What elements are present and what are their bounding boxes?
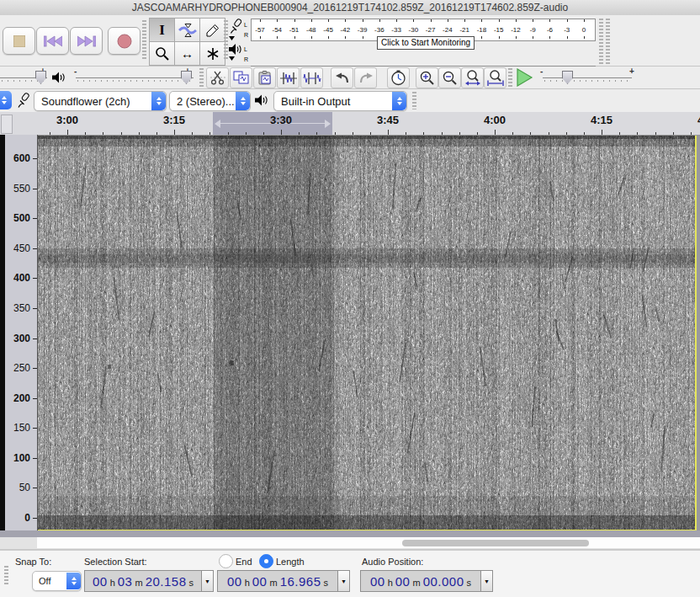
output-device-speaker-icon <box>255 94 269 106</box>
play-at-speed-grip[interactable] <box>508 68 512 87</box>
envelope-tool-button[interactable] <box>175 19 199 41</box>
second-toolbar-row: + - + <box>0 67 700 89</box>
timeshift-tool-button[interactable]: ↔ <box>175 42 199 65</box>
output-volume-track[interactable] <box>76 77 194 78</box>
draw-tool-button[interactable] <box>200 19 225 41</box>
audio-host-dropdown-partial[interactable] <box>0 91 12 109</box>
paste-button[interactable] <box>253 67 276 88</box>
selection-tool-button[interactable]: I <box>150 19 174 41</box>
microphone-icon <box>229 19 241 35</box>
timeline-label: 3:45 <box>377 114 399 126</box>
audio-position-label: Audio Position: <box>362 557 423 567</box>
play-at-speed-button[interactable] <box>515 68 533 87</box>
end-radio[interactable] <box>219 554 233 568</box>
meter-tick-label: -12 <box>511 26 521 34</box>
snap-to-dropdown[interactable]: Off <box>32 571 82 591</box>
undo-button[interactable] <box>331 67 353 88</box>
fit-project-button[interactable] <box>484 67 506 88</box>
stop-button[interactable] <box>3 27 35 55</box>
time-format-dropdown-icon[interactable]: ▼ <box>337 571 349 591</box>
selection-toolbar-grip[interactable] <box>4 566 8 584</box>
meter-tick-label: -15 <box>494 26 504 34</box>
input-device-value: Soundflower (2ch) <box>34 95 151 108</box>
zoom-tool-button[interactable] <box>150 42 174 65</box>
spectrogram[interactable] <box>38 136 697 530</box>
freq-label: 200 <box>13 392 30 404</box>
play-meter-left-label: L <box>244 46 247 52</box>
cut-button[interactable] <box>206 67 229 88</box>
multi-tool-button[interactable] <box>200 42 225 65</box>
selection-left-arrow-icon <box>215 120 220 128</box>
horizontal-scrollbar[interactable] <box>0 537 700 550</box>
fit-selection-button[interactable] <box>461 67 484 88</box>
snap-to-label: Snap To: <box>15 557 51 567</box>
selection-length-field[interactable]: 00h 00m 16.965s ▼ <box>217 570 350 592</box>
meter-tick-label: 0 <box>582 26 586 34</box>
meter-tick-label: -6 <box>547 26 553 34</box>
meter-grip-2[interactable] <box>606 19 610 64</box>
horizontal-scrollbar-thumb[interactable] <box>402 540 589 546</box>
paste-icon <box>257 71 273 85</box>
meter-tick-label: -57 <box>255 26 265 34</box>
meter-dropdown-arrow-icon <box>229 36 235 40</box>
timeline-ruler[interactable]: 3:003:153:303:454:004:154:30 <box>0 112 700 136</box>
time-format-dropdown-icon[interactable]: ▼ <box>480 571 492 591</box>
clock-icon <box>390 70 406 86</box>
fast-forward-icon <box>77 35 96 47</box>
edit-toolbar-grip[interactable] <box>199 68 204 87</box>
zoom-out-icon <box>442 70 458 86</box>
monitoring-tooltip[interactable]: Click to Start Monitoring <box>377 36 475 50</box>
track-right-margin <box>697 135 700 530</box>
track-area: 650600550500450400350300250200150100500 <box>0 135 700 530</box>
fit-selection-icon <box>464 70 481 86</box>
time-format-dropdown-icon[interactable]: ▼ <box>201 571 213 591</box>
length-radio[interactable] <box>259 554 273 568</box>
selection-start-field[interactable]: 00h 03m 20.158s ▼ <box>84 570 214 592</box>
timeline-label: 3:30 <box>270 114 292 126</box>
end-radio-label[interactable]: End <box>236 557 252 567</box>
speed-slider-thumb[interactable] <box>562 71 573 84</box>
frequency-ruler[interactable]: 650600550500450400350300250200150100500 <box>5 135 38 530</box>
envelope-icon <box>178 23 197 38</box>
selection-right-arrow-icon <box>325 120 331 128</box>
magnifier-icon <box>155 46 170 61</box>
redo-button[interactable] <box>354 67 377 88</box>
meter-tick-label: -24 <box>443 26 453 34</box>
length-radio-label[interactable]: Length <box>276 557 305 567</box>
output-device-dropdown[interactable]: Built-in Output <box>273 91 407 111</box>
speed-slider-track[interactable] <box>543 77 632 78</box>
rewind-button[interactable] <box>36 27 69 55</box>
copy-button[interactable] <box>230 67 252 88</box>
fast-forward-button[interactable] <box>70 27 103 55</box>
meter-grip-1[interactable] <box>599 19 603 64</box>
silence-audio-button[interactable] <box>300 67 323 88</box>
zoom-out-button[interactable] <box>438 67 461 88</box>
audio-position-field[interactable]: 00h 00m 00.000s ▼ <box>360 570 493 592</box>
tools-toolbar: I ↔ <box>149 18 225 66</box>
input-volume-slider[interactable] <box>35 71 46 84</box>
freq-label: 350 <box>13 302 30 314</box>
record-icon <box>117 34 132 49</box>
play-meter-right-label: R <box>244 56 248 62</box>
meter-tick-label: -51 <box>289 26 300 34</box>
input-device-dropdown[interactable]: Soundflower (2ch) <box>34 91 167 111</box>
zoom-in-button[interactable] <box>416 67 438 88</box>
record-button[interactable] <box>108 27 141 55</box>
freq-label: 450 <box>13 243 30 254</box>
freq-label: 300 <box>13 333 30 344</box>
meter-tick-label: -27 <box>426 26 436 34</box>
meter-toolbar-grip[interactable] <box>224 20 228 61</box>
meter-tick-label: -54 <box>272 26 282 34</box>
output-volume-slider[interactable] <box>181 71 192 84</box>
meter-tick-label: -48 <box>306 26 316 34</box>
device-toolbar-grip[interactable] <box>412 92 416 109</box>
ruler-corner-box <box>1 115 13 134</box>
ibeam-icon: I <box>159 22 165 39</box>
input-device-mic-icon <box>16 93 29 109</box>
input-channels-dropdown[interactable]: 2 (Stereo)... <box>169 91 251 111</box>
tools-toolbar-grip[interactable] <box>142 20 146 61</box>
sync-lock-button[interactable] <box>387 67 410 88</box>
top-toolbar-row: I ↔ <box>0 15 700 67</box>
trim-audio-button[interactable] <box>277 67 300 88</box>
timeline-label: 3:00 <box>56 114 78 126</box>
